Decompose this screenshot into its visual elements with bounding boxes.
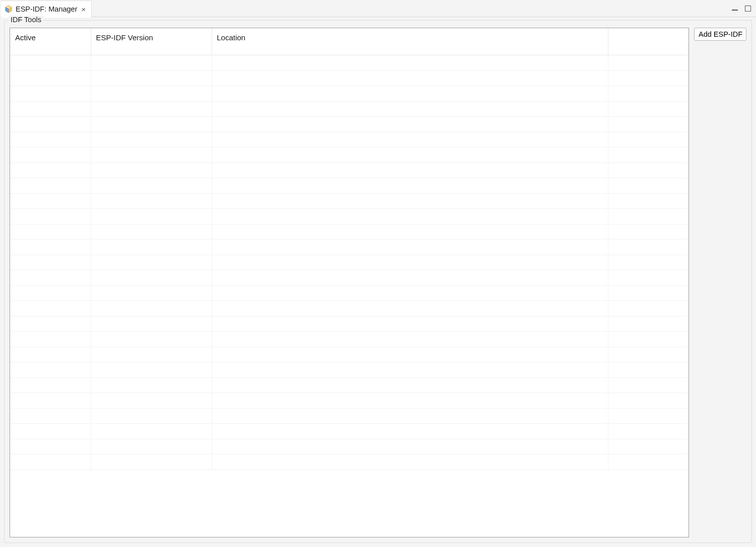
table-cell[interactable] [608, 193, 689, 209]
table-cell[interactable] [91, 301, 212, 317]
table-row[interactable] [10, 132, 689, 147]
minimize-button[interactable] [731, 5, 739, 13]
table-cell[interactable] [608, 178, 689, 194]
table-cell[interactable] [608, 393, 689, 409]
table-cell[interactable] [91, 408, 212, 424]
table-cell[interactable] [608, 347, 689, 362]
table-cell[interactable] [608, 163, 689, 178]
table-cell[interactable] [608, 70, 689, 86]
table-cell[interactable] [91, 55, 212, 71]
table-cell[interactable] [10, 240, 91, 255]
table-cell[interactable] [91, 117, 212, 132]
column-header-location[interactable]: Location [212, 28, 608, 55]
table-cell[interactable] [608, 454, 689, 470]
table-cell[interactable] [10, 424, 91, 439]
table-row[interactable] [10, 454, 689, 470]
table-cell[interactable] [10, 147, 91, 163]
table-cell[interactable] [608, 362, 689, 378]
table-cell[interactable] [91, 362, 212, 378]
table-cell[interactable] [91, 255, 212, 270]
column-header-extra[interactable] [608, 28, 689, 55]
close-icon[interactable]: × [81, 6, 87, 13]
table-cell[interactable] [212, 101, 608, 117]
table-cell[interactable] [91, 70, 212, 86]
table-cell[interactable] [212, 178, 608, 194]
table-cell[interactable] [212, 163, 608, 178]
table-cell[interactable] [91, 454, 212, 470]
table-cell[interactable] [10, 86, 91, 102]
table-cell[interactable] [212, 70, 608, 86]
table-cell[interactable] [10, 408, 91, 424]
table-cell[interactable] [91, 163, 212, 178]
table-cell[interactable] [10, 70, 91, 86]
table-cell[interactable] [10, 193, 91, 209]
table-cell[interactable] [10, 255, 91, 270]
table-cell[interactable] [91, 193, 212, 209]
table-row[interactable] [10, 147, 689, 163]
table-cell[interactable] [212, 301, 608, 317]
table-cell[interactable] [212, 255, 608, 270]
table-cell[interactable] [212, 332, 608, 347]
table-cell[interactable] [608, 439, 689, 454]
table-cell[interactable] [608, 132, 689, 147]
table-cell[interactable] [212, 377, 608, 393]
table-cell[interactable] [10, 117, 91, 132]
table-row[interactable] [10, 424, 689, 439]
table-cell[interactable] [608, 377, 689, 393]
table-cell[interactable] [212, 347, 608, 362]
table-cell[interactable] [212, 209, 608, 224]
table-row[interactable] [10, 163, 689, 178]
table-row[interactable] [10, 439, 689, 454]
table-cell[interactable] [10, 285, 91, 301]
column-header-active[interactable]: Active [10, 28, 91, 55]
table-cell[interactable] [10, 224, 91, 240]
table-cell[interactable] [10, 393, 91, 409]
table-cell[interactable] [10, 101, 91, 117]
table-cell[interactable] [91, 332, 212, 347]
table-cell[interactable] [608, 147, 689, 163]
table-cell[interactable] [212, 240, 608, 255]
table-cell[interactable] [212, 408, 608, 424]
table-cell[interactable] [608, 117, 689, 132]
table-cell[interactable] [91, 439, 212, 454]
table-cell[interactable] [10, 377, 91, 393]
table-row[interactable] [10, 270, 689, 286]
table-cell[interactable] [10, 316, 91, 332]
table-row[interactable] [10, 408, 689, 424]
table-row[interactable] [10, 301, 689, 317]
table-cell[interactable] [91, 209, 212, 224]
table-cell[interactable] [608, 332, 689, 347]
table-cell[interactable] [212, 55, 608, 71]
table-row[interactable] [10, 285, 689, 301]
table-row[interactable] [10, 240, 689, 255]
table-cell[interactable] [212, 393, 608, 409]
table-cell[interactable] [10, 347, 91, 362]
table-cell[interactable] [10, 163, 91, 178]
table-row[interactable] [10, 117, 689, 132]
table-cell[interactable] [608, 301, 689, 317]
table-cell[interactable] [91, 270, 212, 286]
table-row[interactable] [10, 178, 689, 194]
tab-esp-idf-manager[interactable]: ESP-IDF: Manager × [1, 1, 92, 18]
table-cell[interactable] [10, 439, 91, 454]
table-row[interactable] [10, 193, 689, 209]
table-row[interactable] [10, 393, 689, 409]
table-cell[interactable] [212, 132, 608, 147]
table-row[interactable] [10, 55, 689, 71]
table-cell[interactable] [91, 347, 212, 362]
table-cell[interactable] [91, 101, 212, 117]
table-cell[interactable] [212, 316, 608, 332]
add-esp-idf-button[interactable]: Add ESP-IDF [694, 28, 746, 41]
table-cell[interactable] [212, 86, 608, 102]
table-cell[interactable] [608, 408, 689, 424]
table-cell[interactable] [91, 393, 212, 409]
table-cell[interactable] [10, 178, 91, 194]
table-row[interactable] [10, 332, 689, 347]
table-cell[interactable] [91, 240, 212, 255]
table-cell[interactable] [10, 301, 91, 317]
table-row[interactable] [10, 86, 689, 102]
table-cell[interactable] [10, 332, 91, 347]
table-cell[interactable] [608, 209, 689, 224]
table-cell[interactable] [608, 285, 689, 301]
table-cell[interactable] [91, 147, 212, 163]
